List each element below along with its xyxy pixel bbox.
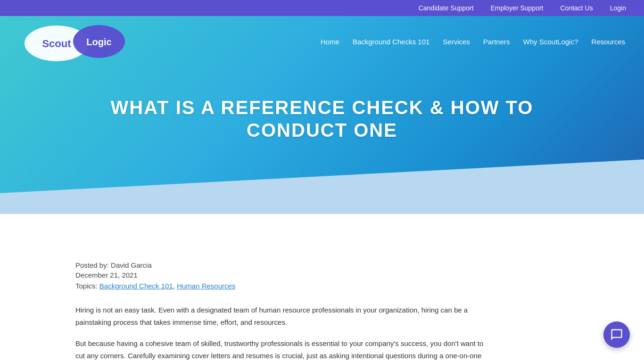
nav-links: Home Background Checks 101 Services Part… xyxy=(321,38,625,46)
nav-why-scoutlogic[interactable]: Why ScoutLogic? xyxy=(523,38,578,46)
posted-by-label: Posted by: xyxy=(75,261,109,269)
post-body: Hiring is not an easy task. Even with a … xyxy=(75,304,490,362)
nav-home[interactable]: Home xyxy=(321,38,339,46)
logo[interactable]: Scout Logic xyxy=(19,21,127,63)
hero-section: Scout Logic Home Background Checks 101 S… xyxy=(0,16,644,214)
top-bar: Candidate Support Employer Support Conta… xyxy=(0,0,644,16)
candidate-support-link[interactable]: Candidate Support xyxy=(410,0,482,16)
nav-services[interactable]: Services xyxy=(443,38,470,46)
svg-text:Logic: Logic xyxy=(86,37,111,47)
chat-icon xyxy=(610,328,623,341)
author-name: David Garcia xyxy=(111,261,152,269)
body-paragraph-1: Hiring is not an easy task. Even with a … xyxy=(75,304,490,328)
employer-support-link[interactable]: Employer Support xyxy=(482,0,552,16)
content-area: Posted by: David Garcia December 21, 202… xyxy=(0,252,566,362)
topic-bg-check[interactable]: Background Check 101 xyxy=(99,282,173,290)
hero-title-wrap: WHAT IS A REFERENCE CHECK & HOW TO CONDU… xyxy=(0,68,644,189)
svg-text:Scout: Scout xyxy=(42,38,71,49)
contact-us-link[interactable]: Contact Us xyxy=(552,0,601,16)
nav-bg-checks[interactable]: Background Checks 101 xyxy=(353,38,429,46)
topics-label: Topics: xyxy=(75,282,98,290)
nav-resources[interactable]: Resources xyxy=(591,38,625,46)
posted-by: Posted by: David Garcia xyxy=(75,261,490,269)
main-nav: Scout Logic Home Background Checks 101 S… xyxy=(0,16,644,68)
topic-human-resources[interactable]: Human Resources xyxy=(177,282,235,290)
nav-partners[interactable]: Partners xyxy=(483,38,510,46)
post-meta: Posted by: David Garcia December 21, 202… xyxy=(75,261,490,290)
login-link[interactable]: Login xyxy=(602,0,635,16)
page-title: WHAT IS A REFERENCE CHECK & HOW TO CONDU… xyxy=(110,96,534,141)
post-date: December 21, 2021 xyxy=(75,271,490,279)
chat-button[interactable] xyxy=(603,321,630,348)
body-paragraph-2: But because having a cohesive team of sk… xyxy=(75,337,490,362)
topics: Topics: Background Check 101, Human Reso… xyxy=(75,282,490,290)
